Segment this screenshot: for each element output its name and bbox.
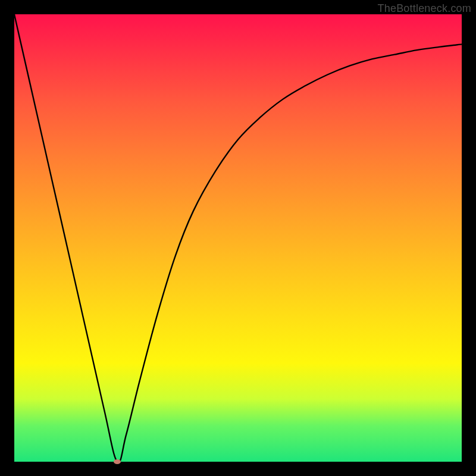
chart-frame: TheBottleneck.com xyxy=(0,0,476,476)
bottleneck-curve xyxy=(14,14,462,462)
plot-area xyxy=(14,14,462,462)
attribution-label: TheBottleneck.com xyxy=(378,2,471,15)
minimum-marker xyxy=(114,459,121,464)
